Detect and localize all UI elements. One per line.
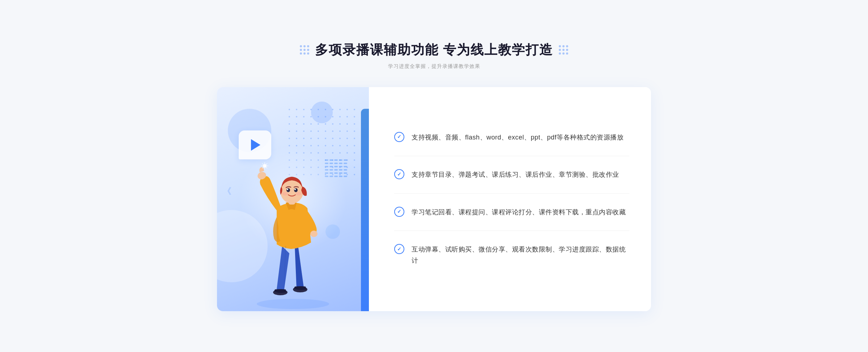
page-title: 多项录播课辅助功能 专为线上教学打造 xyxy=(315,41,553,59)
check-circle-icon-2: ✓ xyxy=(394,169,404,179)
feature-text-1: 支持视频、音频、flash、word、excel、ppt、pdf等各种格式的资源… xyxy=(412,132,624,143)
dots-right-icon xyxy=(559,45,568,55)
svg-point-9 xyxy=(294,188,298,192)
svg-point-11 xyxy=(282,192,288,196)
feature-item-4: ✓互动弹幕、试听购买、微信分享、观看次数限制、学习进度跟踪、数据统计 xyxy=(394,231,629,279)
check-circle-icon-3: ✓ xyxy=(394,207,404,217)
svg-point-0 xyxy=(257,299,329,309)
header: 多项录播课辅助功能 专为线上教学打造 学习进度全掌握，提升录播课教学效果 xyxy=(217,41,651,70)
features-list: ✓支持视频、音频、flash、word、excel、ppt、pdf等各种格式的资… xyxy=(394,119,629,279)
check-circle-icon-4: ✓ xyxy=(394,244,404,254)
accent-circle-1 xyxy=(311,102,333,123)
feature-text-3: 学习笔记回看、课程提问、课程评论打分、课件资料下载，重点内容收藏 xyxy=(412,207,626,218)
svg-point-8 xyxy=(287,189,288,190)
svg-point-12 xyxy=(296,192,302,196)
svg-point-7 xyxy=(286,188,290,192)
svg-point-10 xyxy=(294,189,296,190)
features-panel: ✓支持视频、音频、flash、word、excel、ppt、pdf等各种格式的资… xyxy=(369,87,651,311)
feature-text-4: 互动弹幕、试听购买、微信分享、观看次数限制、学习进度跟踪、数据统计 xyxy=(412,244,629,266)
chevron-left-icon: 《 xyxy=(223,187,231,196)
person-illustration xyxy=(235,138,351,311)
title-row: 多项录播课辅助功能 专为线上教学打造 xyxy=(217,41,651,59)
feature-item-2: ✓支持章节目录、弹题考试、课后练习、课后作业、章节测验、批改作业 xyxy=(394,156,629,194)
feature-item-3: ✓学习笔记回看、课程提问、课程评论打分、课件资料下载，重点内容收藏 xyxy=(394,194,629,231)
dots-left-icon xyxy=(300,45,309,55)
illustration-panel: 《 xyxy=(217,87,369,311)
checkmark-1: ✓ xyxy=(397,134,401,139)
checkmark-2: ✓ xyxy=(397,171,401,177)
page-wrapper: 多项录播课辅助功能 专为线上教学打造 学习进度全掌握，提升录播课教学效果 xyxy=(217,41,651,311)
blue-vertical-bar xyxy=(361,109,369,311)
page-subtitle: 学习进度全掌握，提升录播课教学效果 xyxy=(217,63,651,70)
check-circle-icon-1: ✓ xyxy=(394,132,404,142)
feature-text-2: 支持章节目录、弹题考试、课后练习、课后作业、章节测验、批改作业 xyxy=(412,169,619,180)
checkmark-4: ✓ xyxy=(397,246,401,252)
svg-point-4 xyxy=(310,231,318,237)
feature-item-1: ✓支持视频、音频、flash、word、excel、ppt、pdf等各种格式的资… xyxy=(394,119,629,156)
checkmark-3: ✓ xyxy=(397,209,401,214)
main-content-card: 《 xyxy=(217,87,651,311)
